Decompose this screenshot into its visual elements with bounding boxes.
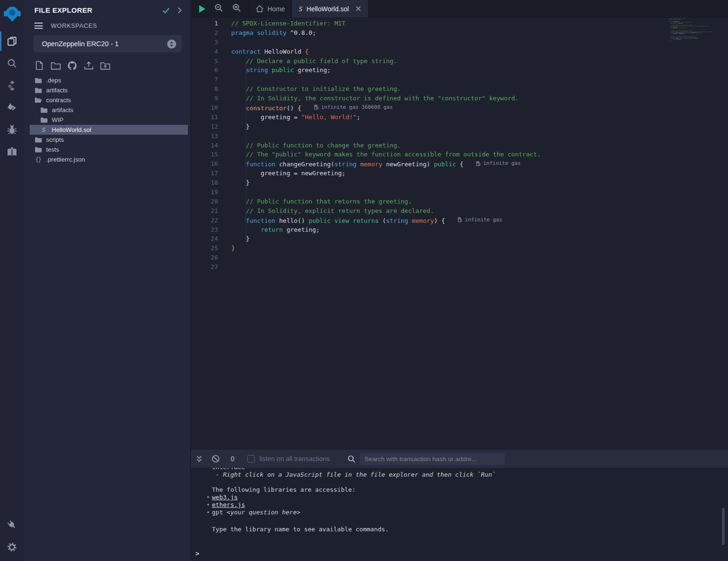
line-number[interactable]: 23	[191, 225, 218, 235]
code-line[interactable]: // In Solidity, the constructor is defin…	[231, 94, 665, 103]
line-number[interactable]: 1	[191, 19, 218, 28]
line-number[interactable]: 20	[191, 197, 218, 206]
code-line[interactable]	[231, 75, 665, 84]
github-icon[interactable]	[67, 60, 77, 71]
line-number[interactable]: 8	[191, 84, 218, 94]
line-number[interactable]: 18	[191, 178, 218, 187]
line-number[interactable]: 21	[191, 206, 218, 216]
accept-check-icon[interactable]	[162, 7, 170, 14]
tab-home[interactable]: Home	[249, 0, 292, 17]
code-line[interactable]: function changeGreeting(string memory ne…	[231, 159, 665, 169]
line-number[interactable]: 27	[191, 262, 218, 272]
line-number[interactable]: 12	[191, 122, 218, 131]
code-line[interactable]: }	[231, 244, 665, 253]
minimap[interactable]: // SPDX-License-Identifier: MITpragma so…	[669, 18, 721, 89]
code-line[interactable]: }	[231, 234, 665, 244]
code-line[interactable]: // Constructor to initialize the greetin…	[231, 84, 665, 94]
line-number[interactable]: 16	[191, 159, 218, 169]
close-tab-icon[interactable]: ×	[355, 5, 362, 13]
code-line[interactable]: constructor() {infinite gas 368600 gas	[231, 103, 665, 113]
code-line[interactable]	[231, 187, 665, 197]
gas-estimate-badge[interactable]: infinite gas	[458, 215, 502, 225]
settings-icon[interactable]	[0, 536, 24, 558]
tree-item-wip[interactable]: WIP	[25, 115, 190, 125]
terminal-output[interactable]: interface - Right click on a JavaScript …	[191, 468, 728, 561]
tab-helloworld-sol[interactable]: S HelloWorld.sol ×	[292, 0, 369, 17]
line-number[interactable]: 13	[191, 131, 218, 141]
code-line[interactable]	[231, 131, 665, 141]
listen-transactions-checkbox[interactable]	[247, 455, 255, 463]
line-number[interactable]: 11	[191, 113, 218, 122]
workspace-select[interactable]: OpenZeppelin ERC20 - 1	[33, 35, 182, 52]
line-number[interactable]: 17	[191, 169, 218, 178]
code-line[interactable]: // Public function to change the greetin…	[231, 141, 665, 150]
gas-estimate-badge[interactable]: infinite gas 368600 gas	[314, 103, 393, 112]
tree-item-contracts[interactable]: contracts	[25, 95, 190, 105]
code-line[interactable]: contract HelloWorld {	[231, 47, 665, 57]
new-folder-icon[interactable]	[50, 60, 61, 71]
tree-item-helloworld-sol[interactable]: SHelloWorld.sol	[25, 125, 190, 135]
line-number[interactable]: 22	[191, 216, 218, 225]
workspaces-menu-icon[interactable]	[34, 23, 43, 29]
new-file-icon[interactable]	[34, 60, 44, 71]
remix-logo-icon[interactable]	[3, 4, 22, 24]
tree-item--prettierrc-json[interactable]: {}.prettierrc.json	[25, 154, 190, 164]
line-number[interactable]: 4	[191, 47, 218, 57]
code-line[interactable]: // In Solidity, explicit return types ar…	[231, 206, 665, 216]
expand-terminal-icon[interactable]	[196, 455, 202, 463]
code-line[interactable]: return greeting;	[231, 225, 665, 235]
debugger-icon[interactable]	[0, 119, 24, 141]
upload-folder-icon[interactable]	[100, 60, 110, 71]
line-number[interactable]: 5	[191, 57, 218, 66]
gas-estimate-badge[interactable]: infinite gas	[476, 159, 520, 168]
line-number[interactable]: 10	[191, 103, 218, 113]
terminal-scrollbar-thumb[interactable]	[722, 508, 725, 545]
deploy-run-icon[interactable]	[0, 97, 24, 119]
learneth-icon[interactable]	[0, 141, 24, 163]
line-number[interactable]: 25	[191, 244, 218, 253]
chevron-right-icon[interactable]	[178, 7, 182, 14]
code-line[interactable]: }	[231, 122, 665, 131]
line-number[interactable]: 6	[191, 65, 218, 75]
line-number[interactable]: 14	[191, 141, 218, 150]
code-line[interactable]: string public greeting;	[231, 65, 665, 75]
code-line[interactable]: // Public function that returns the gree…	[231, 197, 665, 206]
line-number[interactable]: 24	[191, 234, 218, 244]
tree-item-scripts[interactable]: scripts	[25, 135, 190, 145]
code-line[interactable]: greeting = newGreeting;	[231, 169, 665, 178]
code-line[interactable]: }	[231, 178, 665, 187]
line-number[interactable]: 15	[191, 150, 218, 159]
zoom-in-icon[interactable]	[232, 3, 241, 14]
library-link-ethers-js[interactable]: ethers.js	[212, 501, 245, 508]
run-script-icon[interactable]	[199, 5, 205, 13]
terminal-search-input[interactable]	[360, 453, 505, 465]
tree-item--deps[interactable]: .deps	[25, 75, 190, 85]
line-number[interactable]: 26	[191, 253, 218, 262]
line-number[interactable]: 3	[191, 38, 218, 47]
tree-item-artifacts[interactable]: artifacts	[25, 85, 190, 95]
tree-item-artifacts[interactable]: artifacts	[25, 105, 190, 115]
tree-item-tests[interactable]: tests	[25, 145, 190, 154]
code-line[interactable]	[231, 253, 665, 262]
code-line[interactable]: // The "public" keyword makes the functi…	[231, 150, 665, 159]
file-explorer-icon[interactable]	[0, 30, 24, 52]
code-line[interactable]: // SPDX-License-Identifier: MIT	[231, 19, 665, 28]
upload-file-icon[interactable]	[83, 60, 94, 71]
line-number[interactable]: 19	[191, 187, 218, 197]
code-editor[interactable]: 1234567891011121314151617181920212223242…	[191, 18, 728, 450]
zoom-out-icon[interactable]	[214, 3, 223, 14]
line-number[interactable]: 2	[191, 28, 218, 38]
code-line[interactable]: function hello() public view returns (st…	[231, 216, 665, 225]
library-link-web3-js[interactable]: web3.js	[212, 494, 238, 501]
code-line[interactable]: greeting = "Hello, World!";	[231, 113, 665, 122]
code-line[interactable]	[231, 38, 665, 47]
code-line[interactable]: // Declare a public field of type string…	[231, 57, 665, 66]
code-line[interactable]: pragma solidity ^0.8.0;	[231, 28, 665, 38]
plugin-manager-icon[interactable]	[0, 514, 24, 536]
solidity-compiler-icon[interactable]	[0, 74, 24, 97]
search-icon[interactable]	[0, 52, 24, 74]
line-number[interactable]: 9	[191, 94, 218, 103]
terminal-prompt[interactable]: >	[191, 550, 728, 557]
line-number[interactable]: 7	[191, 75, 218, 84]
code-line[interactable]	[231, 262, 665, 272]
